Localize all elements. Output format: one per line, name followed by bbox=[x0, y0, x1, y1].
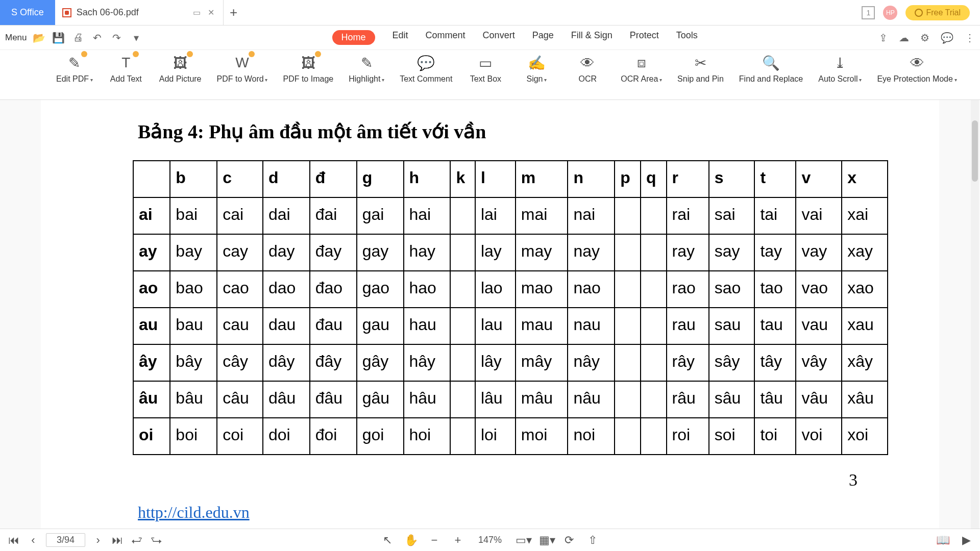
table-cell: moi bbox=[516, 418, 568, 455]
table-cell: rao bbox=[667, 271, 709, 308]
table-cell: rây bbox=[667, 344, 709, 381]
tab-page[interactable]: Page bbox=[532, 30, 554, 45]
table-cell: rau bbox=[667, 308, 709, 344]
table-cell: lau bbox=[475, 308, 516, 344]
user-avatar[interactable]: HP bbox=[883, 6, 897, 20]
tool-label: Snip and Pin bbox=[677, 74, 724, 84]
slideshow-icon[interactable]: ▶ bbox=[960, 534, 973, 547]
tab-close-icon[interactable]: ✕ bbox=[207, 8, 216, 17]
table-cell bbox=[450, 381, 475, 418]
snip-and-pin-button[interactable]: ✂Snip and Pin bbox=[677, 53, 724, 84]
eye-protection-mode-button[interactable]: 👁Eye Protection Mode bbox=[877, 53, 957, 84]
table-cell: voi bbox=[796, 418, 842, 455]
source-link[interactable]: http://cild.edu.vn bbox=[138, 503, 250, 522]
col-header: s bbox=[709, 161, 755, 197]
table-cell: đay bbox=[310, 234, 357, 271]
table-cell: mao bbox=[516, 271, 568, 308]
print-icon[interactable]: 🖨 bbox=[71, 31, 85, 45]
zoom-out-button[interactable]: − bbox=[428, 534, 441, 547]
undo-icon[interactable]: ↶ bbox=[90, 31, 105, 45]
page-indicator[interactable]: 3/94 bbox=[46, 533, 85, 547]
highlight-button[interactable]: ✎Highlight bbox=[349, 53, 384, 84]
pointer-tool-icon[interactable]: ↖ bbox=[381, 534, 394, 547]
tab-edit[interactable]: Edit bbox=[393, 30, 408, 45]
row-header: ây bbox=[133, 344, 170, 381]
window-count-badge[interactable]: 1 bbox=[862, 6, 875, 19]
more-icon[interactable]: ⋮ bbox=[965, 32, 975, 44]
page-number: 3 bbox=[102, 470, 857, 490]
table-cell: đao bbox=[310, 271, 357, 308]
tab-home[interactable]: Home bbox=[332, 30, 375, 45]
pdf-to-word-button[interactable]: WPDF to Word bbox=[217, 53, 268, 84]
sign-button[interactable]: ✍Sign bbox=[519, 53, 554, 84]
table-cell: cây bbox=[217, 344, 263, 381]
rotate-icon[interactable]: ⟳ bbox=[562, 534, 576, 547]
reading-mode-icon[interactable]: 📖 bbox=[936, 534, 949, 547]
col-header: p bbox=[615, 161, 641, 197]
hand-tool-icon[interactable]: ✋ bbox=[404, 534, 418, 547]
prev-page-button[interactable]: ‹ bbox=[27, 534, 40, 547]
table-cell: hay bbox=[404, 234, 451, 271]
menu-button[interactable]: Menu bbox=[5, 33, 27, 43]
upload-icon[interactable]: ⇧ bbox=[586, 534, 599, 547]
table-cell: xau bbox=[842, 308, 888, 344]
vertical-scrollbar[interactable] bbox=[971, 100, 979, 529]
col-header: đ bbox=[310, 161, 357, 197]
first-page-button[interactable]: ⏮ bbox=[7, 534, 20, 547]
tab-convert[interactable]: Convert bbox=[483, 30, 515, 45]
text-comment-button[interactable]: 💬Text Comment bbox=[400, 53, 452, 84]
open-icon[interactable]: 📂 bbox=[32, 31, 46, 45]
table-cell: hây bbox=[404, 344, 451, 381]
auto-scroll-button[interactable]: ⤓Auto Scroll bbox=[818, 53, 862, 84]
document-tab[interactable]: Sach 06-06.pdf ▭ ✕ bbox=[55, 0, 224, 25]
ocr-button[interactable]: 👁OCR bbox=[570, 53, 605, 84]
tab-fill-sign[interactable]: Fill & Sign bbox=[571, 30, 612, 45]
document-canvas[interactable]: Bảng 4: Phụ âm đầu một âm tiết với vần b… bbox=[0, 100, 980, 529]
edit-pdf-button[interactable]: ✎Edit PDF bbox=[56, 53, 93, 84]
table-row: âubâucâudâuđâugâuhâulâumâunâurâusâutâuvâ… bbox=[133, 381, 888, 418]
zoom-level[interactable]: 147% bbox=[475, 534, 505, 546]
next-page-button[interactable]: › bbox=[91, 534, 105, 547]
ocr-area-button[interactable]: ⧈OCR Area bbox=[621, 53, 662, 84]
settings-icon[interactable]: ⚙ bbox=[920, 32, 929, 44]
table-row: aybaycaydayđaygayhaylaymaynayraysaytayva… bbox=[133, 234, 888, 271]
find-and-replace-button[interactable]: 🔍Find and Replace bbox=[739, 53, 803, 84]
tab-tools[interactable]: Tools bbox=[676, 30, 698, 45]
share-icon[interactable]: ⇪ bbox=[879, 32, 888, 44]
table-cell: bai bbox=[170, 197, 217, 234]
office-home-tab[interactable]: S Office bbox=[0, 0, 55, 25]
tab-protect[interactable]: Protect bbox=[630, 30, 659, 45]
doc-heading: Bảng 4: Phụ âm đầu một âm tiết với vần bbox=[138, 120, 878, 143]
scrollbar-thumb[interactable] bbox=[972, 120, 978, 182]
pdf-icon bbox=[62, 8, 71, 17]
add-text-button[interactable]: TAdd Text bbox=[108, 53, 144, 84]
text-box-button[interactable]: ▭Text Box bbox=[468, 53, 503, 84]
pdf-to-image-button[interactable]: 🖼PDF to Image bbox=[283, 53, 333, 84]
last-page-button[interactable]: ⏭ bbox=[111, 534, 124, 547]
text-box-icon: ▭ bbox=[476, 53, 495, 72]
cloud-icon[interactable]: ☁ bbox=[899, 32, 909, 44]
col-header: r bbox=[667, 161, 709, 197]
table-row: âybâycâydâyđâygâyhâylâymâynâyrâysâytâyvâ… bbox=[133, 344, 888, 381]
table-cell: cao bbox=[217, 271, 263, 308]
save-icon[interactable]: 💾 bbox=[52, 31, 66, 45]
table-cell: lâu bbox=[475, 381, 516, 418]
view-mode-icon[interactable]: ▦▾ bbox=[539, 534, 552, 547]
new-tab-button[interactable]: + bbox=[224, 5, 244, 20]
tab-restore-icon[interactable]: ▭ bbox=[192, 8, 202, 17]
redo-icon[interactable]: ↷ bbox=[110, 31, 124, 45]
nav-forward-button[interactable]: ⮑ bbox=[150, 534, 163, 547]
table-cell bbox=[615, 418, 641, 455]
zoom-in-button[interactable]: + bbox=[451, 534, 464, 547]
nav-back-button[interactable]: ⮐ bbox=[130, 534, 143, 547]
qat-more-icon[interactable]: ▾ bbox=[129, 31, 143, 45]
tab-comment[interactable]: Comment bbox=[426, 30, 465, 45]
table-cell: đau bbox=[310, 308, 357, 344]
fit-page-icon[interactable]: ▭▾ bbox=[516, 534, 529, 547]
feedback-icon[interactable]: 💬 bbox=[941, 32, 953, 44]
free-trial-button[interactable]: Free Trial bbox=[905, 5, 970, 20]
table-cell bbox=[615, 197, 641, 234]
table-cell: mai bbox=[516, 197, 568, 234]
add-picture-button[interactable]: 🖼Add Picture bbox=[159, 53, 202, 84]
table-cell: bau bbox=[170, 308, 217, 344]
